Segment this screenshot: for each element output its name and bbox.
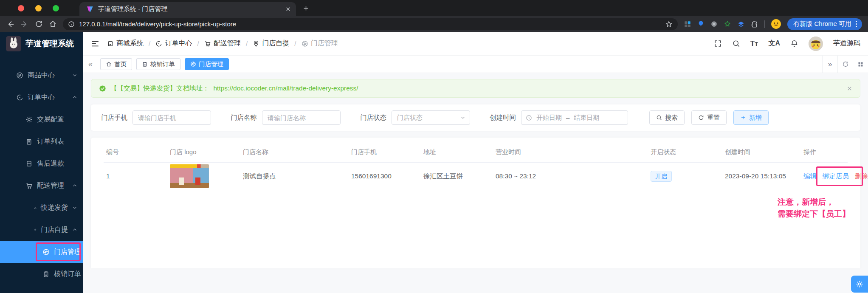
gear-icon (25, 116, 33, 123)
breadcrumb-item-order-center[interactable]: 订单中心 (155, 39, 192, 48)
tab-home[interactable]: 首页 (100, 58, 132, 70)
tab-close-icon[interactable] (285, 6, 291, 12)
sidebar-item-order-list[interactable]: 订单列表 (0, 130, 83, 152)
sidebar-item-store-manage[interactable]: 门店管理 (0, 241, 83, 263)
extension-squares-icon[interactable] (684, 20, 691, 28)
extension-layers-icon[interactable] (737, 20, 745, 28)
browser-menu-icon[interactable] (854, 21, 859, 27)
extension-circle-icon[interactable] (710, 20, 718, 28)
extension-star-icon[interactable] (724, 20, 731, 28)
sidebar-item-trade-config[interactable]: 交易配置 (0, 108, 83, 130)
scroll-right-icon[interactable]: » (822, 56, 837, 73)
clipboard-icon (42, 270, 50, 278)
search-icon[interactable] (732, 39, 740, 48)
toolbar-divider (764, 20, 765, 28)
home-icon[interactable] (49, 20, 57, 28)
chevron-down-icon (460, 115, 465, 120)
scroll-left-icon[interactable]: « (83, 56, 98, 73)
shop-icon (107, 40, 114, 47)
bind-clerk-link[interactable]: 绑定店员 (823, 172, 849, 181)
zoom-window-button[interactable] (53, 5, 59, 11)
sidebar-item-label: 门店自提 (41, 225, 68, 234)
theme-settings-button[interactable] (851, 276, 868, 293)
add-button[interactable]: 新增 (733, 110, 769, 125)
dribbble-icon (42, 248, 50, 256)
site-info-icon[interactable] (68, 21, 75, 28)
tab-verify-orders[interactable]: 核销订单 (136, 58, 180, 70)
locale-icon[interactable]: 文A (768, 39, 780, 48)
url-text: 127.0.0.1/mall/trade/delivery/pick-up-st… (79, 20, 661, 28)
clipboard-icon (25, 138, 33, 145)
sidebar-item-delivery[interactable]: 配送管理 (0, 175, 83, 197)
sidebar-collapse-icon[interactable] (91, 39, 99, 48)
alert-close-icon[interactable] (847, 86, 852, 91)
end-date-placeholder: 结束日期 (574, 114, 599, 122)
app-logo-area[interactable]: 芋道管理系统 (0, 32, 83, 56)
forward-icon[interactable] (20, 20, 29, 28)
breadcrumb-label: 订单中心 (165, 39, 192, 48)
start-date-placeholder: 开始日期 (536, 114, 562, 122)
delete-link[interactable]: 删除 (855, 172, 868, 181)
annotation-line: 注意，新增后， (778, 196, 850, 208)
filter-label: 门店名称 (231, 113, 257, 122)
breadcrumb-item-mall[interactable]: 商城系统 (107, 39, 144, 48)
store-phone-input[interactable] (132, 110, 211, 125)
sidebar-item-refund[interactable]: 售后退款 (0, 152, 83, 175)
extensions-puzzle-icon[interactable] (751, 20, 758, 28)
sidebar-item-product-center[interactable]: 商品中心 (0, 64, 83, 86)
reset-button[interactable]: 重置 (691, 110, 727, 125)
search-button[interactable]: 搜索 (649, 110, 685, 125)
bike-icon (34, 204, 37, 211)
column-header: 地址 (421, 142, 493, 162)
user-avatar[interactable] (809, 37, 823, 51)
fullscreen-icon[interactable] (714, 39, 722, 48)
tags-toolbar: » (822, 56, 868, 73)
back-icon[interactable] (6, 20, 14, 28)
sidebar-item-verify-orders[interactable]: 核销订单 (0, 263, 83, 285)
clipboard-icon (142, 61, 148, 67)
browser-tab[interactable]: 芋道管理系统 - 门店管理 (79, 2, 296, 16)
edit-link[interactable]: 编辑 (803, 172, 817, 181)
reload-icon[interactable] (35, 20, 43, 28)
store-logo-image (170, 164, 209, 188)
browser-tab-strip: 芋道管理系统 - 门店管理 (0, 0, 868, 16)
sidebar-item-label: 售后退款 (37, 159, 64, 168)
sidebar-item-order-center[interactable]: 订单中心 (0, 86, 83, 108)
profile-avatar[interactable] (771, 19, 781, 29)
alert-doc-link[interactable]: https://doc.iocoder.cn/mall/trade-delive… (214, 85, 358, 92)
cell-actions: 编辑 绑定店员 删除 (801, 163, 848, 190)
annotation-note: 注意，新增后， 需要绑定下【员工】 (778, 196, 850, 220)
sidebar-item-express-ship[interactable]: 快递发货 (0, 197, 83, 219)
new-tab-button[interactable] (299, 2, 312, 14)
username[interactable]: 芋道源码 (833, 39, 860, 48)
breadcrumb-item-delivery[interactable]: 配送管理 (204, 39, 241, 48)
extensions-row (684, 20, 758, 28)
bookmark-star-icon[interactable] (665, 20, 673, 28)
breadcrumb-item-store-pickup[interactable]: 门店自提 (253, 39, 289, 48)
sidebar-item-label: 交易配置 (37, 115, 64, 124)
url-bar[interactable]: 127.0.0.1/mall/trade/delivery/pick-up-st… (63, 18, 678, 30)
refresh-icon[interactable] (837, 56, 853, 73)
date-range-separator: – (566, 114, 569, 121)
layout-grid-icon[interactable] (853, 56, 868, 73)
minimize-window-button[interactable] (35, 5, 42, 11)
extension-balloon-icon[interactable] (697, 20, 705, 28)
breadcrumb: 商城系统 / 订单中心 / 配送管理 / 门店自提 (107, 39, 338, 48)
chevron-up-icon (72, 95, 77, 100)
sidebar-item-store-pickup[interactable]: 门店自提 (0, 219, 83, 241)
chrome-update-button[interactable]: 有新版 Chrome 可用 (787, 18, 862, 30)
bell-icon[interactable] (790, 39, 798, 48)
tab-store-manage[interactable]: 门店管理 (185, 58, 229, 70)
store-name-input[interactable] (262, 110, 341, 125)
filter-created-time: 创建时间 开始日期 – 结束日期 (490, 110, 628, 125)
app-navbar: 商城系统 / 订单中心 / 配送管理 / 门店自提 (83, 32, 868, 56)
date-range-picker[interactable]: 开始日期 – 结束日期 (521, 110, 628, 125)
close-window-button[interactable] (18, 5, 24, 11)
font-size-icon[interactable]: Tт (750, 39, 758, 48)
store-status-select[interactable]: 门店状态 (392, 110, 470, 125)
dribbble-icon (302, 40, 308, 47)
location-pin-icon (253, 40, 259, 47)
cell-hours: 08:30 ~ 23:12 (493, 163, 648, 190)
tab-label: 首页 (114, 60, 127, 68)
breadcrumb-label: 门店管理 (311, 39, 338, 48)
